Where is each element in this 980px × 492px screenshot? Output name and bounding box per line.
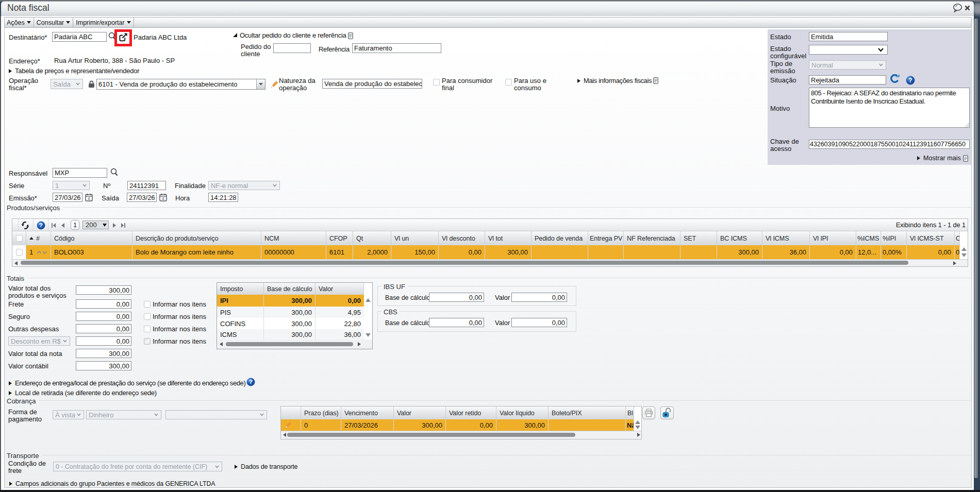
- svg-text:8: 8: [88, 196, 90, 201]
- svg-text:?: ?: [908, 77, 912, 84]
- svg-text:8: 8: [162, 196, 164, 201]
- svg-text:?: ?: [249, 379, 253, 385]
- svg-text:?: ?: [39, 222, 43, 228]
